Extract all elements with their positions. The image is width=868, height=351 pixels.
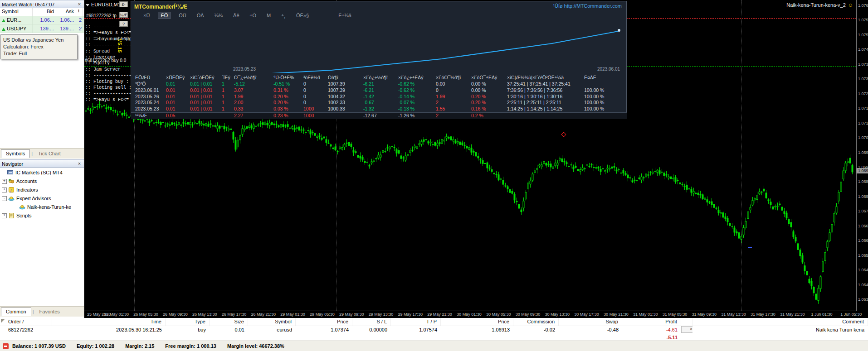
chart-symbol-label[interactable]: EURUSD,M15	[86, 2, 123, 7]
statistics-row: 2023.05.260.010.01 | 0.0111.990.20 %0100…	[131, 94, 627, 100]
market-watch-row[interactable]: EUR...1.06...1.06...2	[0, 16, 84, 24]
ea-version-label: V5.15	[117, 39, 122, 53]
order-column-Time[interactable]: Time	[52, 318, 166, 326]
sidebar-item-accounts[interactable]: +Accounts	[0, 177, 84, 186]
sidebar-item-indicators[interactable]: +fIndicators	[0, 186, 84, 194]
stat-column-label: ×î´óÓ¯±ÈÀý	[471, 74, 507, 81]
alert-cell: 2	[76, 16, 83, 24]
ea-button-3[interactable]: ?	[119, 21, 128, 27]
stat-cell: 0.2 %	[471, 113, 507, 119]
expand-toggle[interactable]: -	[2, 196, 7, 201]
ea-button-2[interactable]: ¼Æ	[119, 12, 128, 18]
market-watch-row[interactable]: USDJPY139....139....2	[0, 24, 84, 33]
price-tick: 1.06605	[858, 238, 868, 243]
close-position-icon[interactable]: ×	[681, 326, 692, 333]
column-symbol[interactable]: Symbol	[0, 8, 33, 16]
stat-cell: 1002.33	[328, 100, 363, 106]
stat-cell: -0.51 %	[273, 81, 303, 87]
order-column-Type[interactable]: Type	[166, 318, 210, 326]
stat-cell: 0.03 %	[273, 106, 303, 112]
sidebar-item-expert-advisors[interactable]: -Expert Advisors	[0, 194, 84, 203]
tab-tick-chart[interactable]: Tick Chart	[34, 150, 65, 158]
mtcommander-titlebar[interactable]: MTCommanderÍ³¼Æ ¹ÙÍø http://MTCommander.…	[131, 1, 626, 11]
order-column-close[interactable]	[681, 318, 692, 326]
order-column-Size[interactable]: Size	[210, 318, 248, 326]
chart-area[interactable]: EURUSD,M15 Naik-kena-Turun-kena-v_2☺ #68…	[84, 0, 857, 311]
tab-symbols[interactable]: Symbols	[1, 149, 30, 158]
time-tick: 31 May 13:30	[721, 312, 746, 317]
stat-cell: 37:25:41 | 37:25:41 | 37:25:41	[507, 81, 584, 87]
mtcommander-link[interactable]: ¹ÙÍø http://MTCommander.com	[553, 1, 622, 11]
sidebar-item-naik-kena-turun-ke[interactable]: Naik-kena-Turun-ke	[0, 203, 84, 212]
symbol-cell: USDJPY	[0, 24, 33, 33]
stat-cell: -0.62 %	[398, 87, 436, 94]
close-icon[interactable]: ×	[76, 1, 83, 7]
status-segment: Margin level: 46672.38%	[227, 343, 284, 349]
order-row[interactable]: 6812722622023.05.30 16:21:25buy0.01eurus…	[0, 326, 868, 334]
stat-cell: 1:30:16 | 1:30:16 | 1:30:16	[507, 94, 584, 100]
mtcommander-panel[interactable]: MTCommanderÍ³¼Æ ¹ÙÍø http://MTCommander.…	[131, 1, 627, 117]
expand-toggle[interactable]: +	[2, 179, 7, 184]
stat-cell: 2	[436, 100, 471, 106]
tooltip-line: US Dollar vs Japanese Yen	[3, 37, 75, 43]
order-column-Swap[interactable]: Swap	[559, 318, 622, 326]
tab-favorites[interactable]: Favorites	[35, 308, 64, 316]
time-axis[interactable]: 25 May 202326 May 01:3026 May 05:3026 Ma…	[84, 311, 857, 318]
time-tick: 31 May 21:30	[780, 312, 805, 317]
tab-common[interactable]: Common	[1, 308, 31, 316]
time-tick: 31 May 17:30	[751, 312, 775, 317]
price-tick: 1.06540	[858, 253, 868, 258]
time-tick: 29 May 01:30	[280, 312, 305, 317]
order-column-Profit[interactable]: Profit	[622, 318, 681, 326]
price-tick: 1.06410	[858, 283, 868, 287]
trade-status-icon	[3, 343, 9, 349]
price-tick: 1.07510	[858, 33, 868, 37]
order-column-Commission[interactable]: Commission	[513, 318, 559, 326]
order-column-Comment[interactable]: Comment	[692, 318, 868, 326]
order-column-T / P[interactable]: T / P	[391, 318, 441, 326]
price-axis[interactable]: 1.076451.075751.075101.074451.073801.073…	[857, 0, 868, 318]
time-tick: 26 May 09:30	[163, 312, 188, 317]
time-tick: 1 Jun 01:30	[811, 312, 832, 317]
order-column-Order /[interactable]: Order /	[0, 318, 52, 326]
terminal-orders-panel: Order /TimeTypeSizeSymbolPriceS / LT / P…	[0, 318, 868, 341]
close-icon[interactable]: ×	[76, 160, 83, 167]
stat-cell: 2.27	[234, 113, 273, 119]
order-cell: eurusd	[248, 326, 296, 334]
price-tick: 1.07120	[858, 121, 868, 125]
chart-marker	[748, 247, 752, 248]
sidebar-item-ic-markets-sc-mt4[interactable]: IC Markets (SC) MT4	[0, 168, 84, 177]
stat-cell: 0	[303, 81, 328, 87]
column-alert[interactable]: !	[76, 8, 83, 16]
tab-divider: |	[30, 151, 33, 156]
stat-cell: 1	[222, 106, 234, 112]
order-column-Price[interactable]: Price	[441, 318, 513, 326]
stat-cell: ¹²¼Æ	[135, 113, 166, 119]
stat-cell	[584, 81, 627, 87]
up-arrow-icon	[2, 19, 5, 22]
column-ask[interactable]: Ask	[56, 8, 76, 16]
order-column-Price[interactable]: Price	[296, 318, 352, 326]
stat-cell: -0.67	[363, 100, 398, 106]
up-arrow-icon	[2, 28, 5, 31]
order-column-Symbol[interactable]: Symbol	[248, 318, 296, 326]
expand-toggle[interactable]: +	[2, 213, 7, 218]
time-tick: 29 May 17:30	[398, 312, 423, 317]
price-tick: 1.06670	[858, 224, 868, 228]
terminal-corner-icon[interactable]	[1, 319, 5, 323]
order-column-S / L[interactable]: S / L	[352, 318, 391, 326]
ea-button-1[interactable]: £-	[119, 1, 128, 7]
equity-curve	[131, 11, 626, 73]
price-tick: 1.07250	[858, 91, 868, 96]
market-watch-titlebar[interactable]: Market Watch: 05:47:07 ×	[0, 0, 84, 8]
stat-column-label: Óà¶î	[328, 74, 363, 81]
stat-cell: 0.20 %	[273, 94, 303, 100]
column-bid[interactable]: Bid	[33, 8, 56, 16]
curve-date-label: 2023.05.23	[233, 67, 256, 72]
chevron-down-icon	[86, 4, 89, 6]
expand-toggle[interactable]: +	[2, 188, 7, 192]
stat-cell: 0.01	[166, 81, 190, 87]
statistics-row: 2023.06.010.010.01 | 0.0113.070.31 %0100…	[131, 87, 627, 94]
sidebar-item-scripts[interactable]: +Scripts	[0, 212, 84, 220]
navigator-titlebar[interactable]: Navigator ×	[0, 159, 84, 168]
